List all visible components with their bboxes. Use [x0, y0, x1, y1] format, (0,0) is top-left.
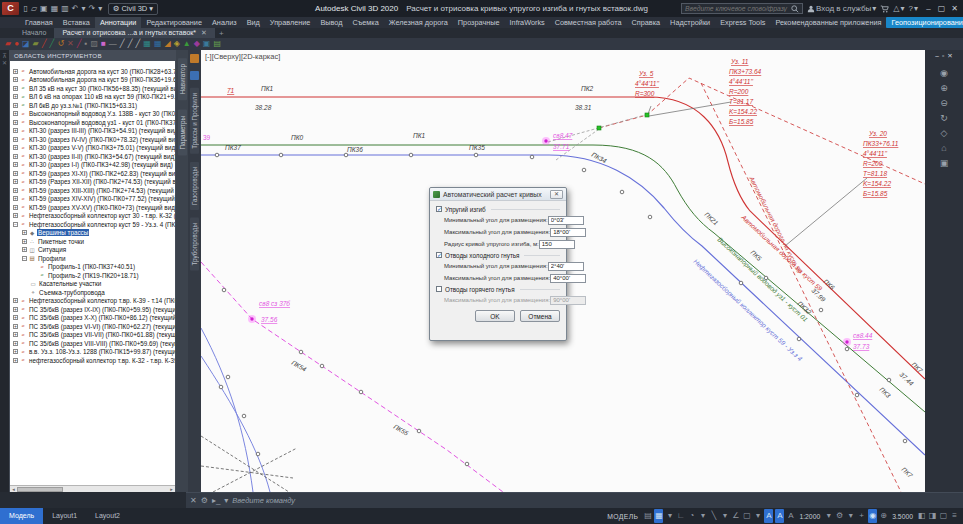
tree-item[interactable]: +≈ПС 35/6кВ (разрез VI-VI) (ПК0-ПК0+62.2… — [10, 322, 175, 331]
command-tools-icon[interactable]: ⚙ — [201, 496, 208, 505]
toolbar-icon[interactable]: ╱ — [42, 38, 47, 50]
tree-expander-icon[interactable]: − — [13, 222, 18, 227]
isolate-objects-icon[interactable]: ◧ — [917, 509, 926, 523]
toolbar-icon[interactable]: ╱ — [120, 38, 125, 50]
new-tab-button[interactable]: + — [219, 29, 224, 38]
ribbon-tab[interactable]: Редактирование — [141, 17, 207, 28]
ribbon-tab[interactable]: Анализ — [207, 17, 242, 28]
tree-expander-icon[interactable]: + — [13, 171, 18, 176]
tree-expander-icon[interactable]: + — [13, 341, 18, 346]
toolbar-icon[interactable]: ▨ — [90, 38, 98, 50]
tree-expander-icon[interactable]: + — [13, 69, 18, 74]
toolbar-icon[interactable]: ▪ — [85, 38, 88, 50]
ribbon-tab[interactable]: Железная дорога — [384, 17, 453, 28]
default-lineweight-value[interactable]: 3.5000 — [890, 513, 915, 520]
tree-item[interactable]: +≈Нефтегазосборный коллектор т.вр. К-39 … — [10, 297, 175, 306]
ribbon-tab[interactable]: Управление — [265, 17, 316, 28]
tree-item[interactable]: +◆Вершины трассы — [10, 229, 175, 238]
annotation-scale-icon[interactable]: A — [786, 509, 795, 523]
open-file-icon[interactable]: ▱ — [31, 4, 37, 13]
toolbar-icon[interactable]: ■ — [101, 38, 106, 50]
redo-icon[interactable]: ↷ — [88, 4, 95, 13]
toolbar-icon[interactable]: ✕ — [67, 38, 74, 50]
toolbar-icon[interactable]: ╱ — [77, 38, 82, 50]
alert-icon[interactable]: △▾ — [893, 4, 904, 13]
search-input[interactable] — [685, 5, 791, 12]
toolbar-icon[interactable]: — — [109, 38, 117, 50]
tree-item[interactable]: ≈Профиль-1 (ПК0-ПК37+40.51) — [10, 263, 175, 272]
ribbon-tab[interactable]: Надстройки — [665, 17, 715, 28]
tree-expander-icon[interactable]: + — [13, 120, 18, 125]
toolbar-icon[interactable]: ↺ — [57, 38, 64, 50]
tree-expander-icon[interactable]: + — [13, 307, 18, 312]
tree-item[interactable]: +≈КП-59 (разрез XIII-XIII) (ПК0-ПК2+74.5… — [10, 186, 175, 195]
workspace-switcher[interactable]: ⚙ Civil 3D ▾ — [108, 3, 158, 15]
layout-tab-layout1[interactable]: Layout1 — [43, 508, 86, 524]
toolbar-icon[interactable]: ╱ — [50, 38, 55, 50]
toolbar-icon[interactable]: ▰ — [33, 38, 39, 50]
zoom-icon[interactable]: ⊖ — [940, 99, 948, 108]
tree-item[interactable]: +≈КП-59 (разрез XI-XI) (ПК0-ПК2+62.83) (… — [10, 169, 175, 178]
tree-expander-icon[interactable]: + — [13, 332, 18, 337]
tree-expander-icon[interactable]: + — [13, 77, 18, 82]
snap-mode-icon[interactable]: ▦ — [654, 509, 663, 523]
command-input[interactable]: Введите команду — [232, 496, 959, 505]
tree-expander-icon[interactable]: + — [13, 86, 18, 91]
tree-expander-icon[interactable]: + — [13, 324, 18, 329]
drawing-close-button[interactable]: ✕ — [947, 52, 952, 60]
tree-item[interactable]: +≈КП-59 (разрез XIV-XIV) (ПК0-ПК0+77.52)… — [10, 195, 175, 204]
tree-expander-icon[interactable]: + — [13, 103, 18, 108]
drawing-canvas[interactable]: [-][Сверху][2D-каркас] ПК138.28ПК238.31П… — [201, 50, 925, 492]
tree-item[interactable]: ⌖Съемка-трубопровода — [10, 288, 175, 297]
object-snap-tracking-icon[interactable]: ∠ — [731, 509, 740, 523]
field-input[interactable] — [548, 262, 584, 271]
tree-item[interactable]: +≈ВЛ 6 кВ на опорах 110 кВ на куст 59 (П… — [10, 93, 175, 102]
new-file-icon[interactable]: ▯ — [24, 4, 28, 13]
tree-expander-icon[interactable]: + — [13, 315, 18, 320]
ortho-mode-icon[interactable]: ∟ — [676, 509, 685, 523]
tree-item[interactable]: +≈ПС 35/6кВ (разрез VIII-VIII) (ПК0-ПК0+… — [10, 339, 175, 348]
tree-expander-icon[interactable]: + — [13, 205, 18, 210]
drawing-minimize-button[interactable]: – — [935, 52, 939, 60]
tree-expander-icon[interactable]: + — [13, 94, 18, 99]
toolspace-hscrollbar[interactable]: ◂ ▸ — [10, 485, 175, 492]
viewport-controls[interactable]: [-][Сверху][2D-каркас] — [205, 52, 280, 61]
tree-expander-icon[interactable]: + — [13, 196, 18, 201]
toolbar-icon[interactable]: ◆ — [194, 38, 200, 50]
checkbox-checked-icon[interactable]: ✓ — [436, 252, 442, 258]
ribbon-tab[interactable]: Совместная работа — [550, 17, 627, 28]
undo-icon[interactable]: ↶ — [72, 4, 79, 13]
tree-expander-icon[interactable]: − — [22, 256, 27, 261]
annotation-visibility-icon[interactable]: A — [764, 509, 773, 523]
toolbar-icon[interactable]: ▦ — [143, 38, 151, 50]
geographic-location-icon[interactable]: ⊕ — [879, 509, 888, 523]
dialog-title-bar[interactable]: Автоматический расчет кривых ✕ — [430, 188, 566, 201]
field-input[interactable] — [550, 274, 586, 283]
tree-item[interactable]: +≈Высоконапорный водовод уз1 - куст 01 (… — [10, 118, 175, 127]
tree-expander-icon[interactable]: + — [13, 137, 18, 142]
palette-icon[interactable] — [190, 54, 199, 63]
tree-expander-icon[interactable]: + — [13, 298, 18, 303]
ribbon-tab[interactable]: Вид — [242, 17, 265, 28]
toolbar-icon[interactable]: ▲ — [183, 38, 191, 50]
palette-tab[interactable]: Трассы и Профили — [190, 88, 199, 154]
tree-item[interactable]: +≈в.в. Уз.з. 108-Уз.з. 1288 (ПК0-ПК15+99… — [10, 348, 175, 357]
search-icon[interactable] — [791, 5, 799, 13]
field-input[interactable] — [550, 228, 586, 237]
command-line[interactable]: ✕ ⚙ ▸_ ▾ Введите команду — [186, 492, 963, 508]
tree-item[interactable]: +≈Высоконапорный водовод У.з. 138В - кус… — [10, 110, 175, 119]
tree-expander-icon[interactable]: + — [13, 179, 18, 184]
ribbon-tab[interactable]: Главная — [20, 17, 58, 28]
tree-item[interactable]: ≈Профиль-2 (ПК19-ПК20+18.71) — [10, 271, 175, 280]
grid-display-icon[interactable]: ▤ — [643, 509, 652, 523]
tree-item[interactable]: +≈КП-30 (разрез IV-IV) (ПК0-ПК0+78.32) (… — [10, 135, 175, 144]
close-command-icon[interactable]: ✕ — [190, 496, 197, 505]
annotation-scale-value[interactable]: 1:2000 — [797, 513, 822, 520]
minimize-button[interactable]: – — [922, 4, 935, 13]
tree-expander-icon[interactable]: + — [22, 230, 27, 235]
tree-expander-icon[interactable]: + — [13, 213, 18, 218]
tree-item[interactable]: +∴Пикетные точки — [10, 237, 175, 246]
isodraft-icon[interactable]: ╲ — [709, 509, 718, 523]
checkbox-unchecked-icon[interactable] — [436, 286, 442, 292]
layout-tab-layout2[interactable]: Layout2 — [86, 508, 129, 524]
